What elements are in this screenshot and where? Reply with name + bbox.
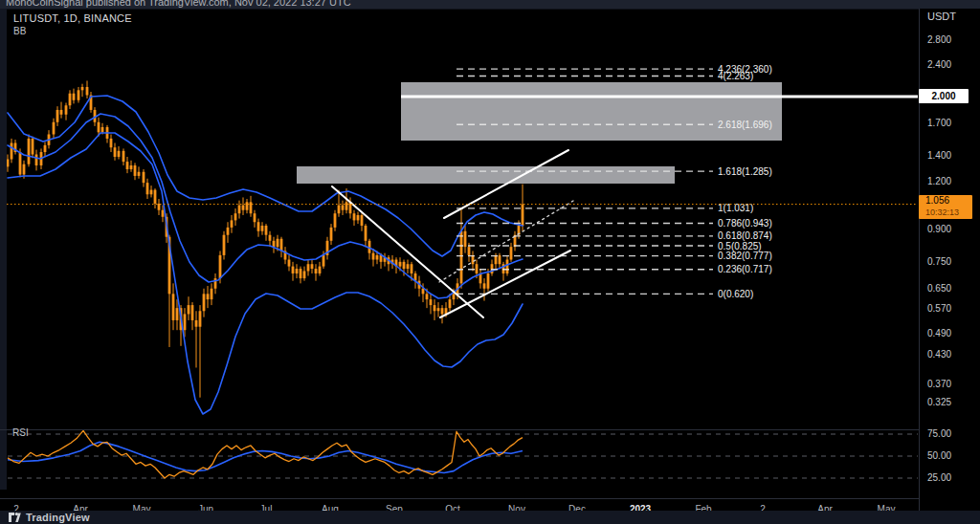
rsi-label: RSI [12, 427, 29, 438]
ascending-channel-lower[interactable] [440, 251, 570, 317]
candle-body [380, 255, 383, 262]
rsi-line [8, 430, 523, 478]
bollinger-middle-band [8, 114, 523, 298]
bar-countdown: 10:32:13 [925, 207, 972, 218]
candle-body [361, 215, 364, 226]
tradingview-logo-text[interactable]: TradingView [26, 511, 90, 524]
candle-body [146, 183, 149, 194]
left-margin [0, 9, 7, 490]
candle-body [19, 152, 22, 175]
candle-body [191, 305, 194, 320]
price-tick-label: 2.800 [927, 34, 951, 45]
candle-body [300, 269, 302, 278]
candle-body [311, 264, 314, 269]
candle-body [86, 87, 89, 96]
candle-body [7, 160, 10, 167]
level-price-tag: 2.000 [919, 89, 969, 103]
candle-body [238, 206, 241, 214]
price-tick-label: 50.00 [927, 450, 951, 461]
candle-body [273, 241, 276, 247]
candle-body [407, 264, 410, 269]
candle-body [483, 283, 486, 288]
fib-level-label: 0.382(0.777) [718, 251, 772, 261]
candle-body [265, 226, 268, 235]
candle-body [522, 205, 524, 226]
candle-body [28, 139, 31, 164]
candle-body [441, 308, 444, 314]
price-tick-label: 75.00 [927, 428, 951, 439]
candle-body [330, 228, 333, 241]
price-axis[interactable]: USDT 2.8002.4001.7001.4001.2000.9000.750… [919, 9, 980, 511]
price-tick-label: 0.650 [927, 283, 951, 294]
candle-body [234, 213, 237, 220]
candle-body [372, 253, 375, 260]
candle-body [303, 271, 306, 278]
candle-body [323, 255, 325, 267]
candle-body [453, 294, 456, 299]
price-tick-label: 0.430 [927, 349, 951, 360]
price-tick-label: 0.570 [927, 303, 951, 314]
candle-body [118, 151, 121, 157]
last-price-value: 1.056 [925, 195, 949, 206]
candle-body [254, 213, 256, 222]
candle-body [307, 264, 310, 271]
candle-body [130, 165, 133, 169]
fib-level-label: 0.5(0.825) [718, 241, 762, 251]
candle-body [60, 110, 63, 115]
candle-body [176, 308, 179, 320]
last-price-tag: 1.056 10:32:13 [919, 195, 972, 219]
tradingview-snapshot: MonoCoinSignal published on TradingView.… [0, 0, 980, 524]
candle-body [269, 235, 272, 241]
candle-body [81, 87, 84, 90]
chart-canvas[interactable]: 4.236(2.360)4(2.263)2.618(1.696)1.618(1.… [0, 9, 980, 524]
candle-body [101, 127, 104, 132]
candle-body [319, 267, 322, 273]
candle-body [411, 264, 413, 273]
fib-level-label: 1.618(1.285) [718, 166, 772, 177]
candle-body [338, 206, 341, 214]
candle-body [172, 294, 175, 320]
candle-body [434, 305, 436, 311]
candle-body [56, 110, 59, 122]
fib-level-label: 0.786(0.943) [718, 218, 772, 229]
pane-separator [0, 429, 919, 430]
indicator-label: BB [13, 26, 26, 36]
candle-body [195, 320, 198, 327]
price-tick-label: 1.700 [927, 118, 951, 128]
candle-body [138, 172, 141, 176]
candle-body [223, 235, 226, 255]
brand-bar: TradingView [0, 511, 980, 524]
candle-body [449, 299, 452, 308]
price-tick-label: 2.400 [927, 59, 951, 70]
candle-body [78, 90, 80, 99]
attribution-text: MonoCoinSignal published on TradingView.… [6, 0, 351, 8]
candle-body [73, 94, 76, 100]
candle-body [231, 220, 234, 227]
price-tick-label: 0.370 [927, 379, 951, 389]
price-tick-label: 1.200 [927, 176, 951, 186]
candle-body [65, 105, 68, 115]
lower-supply-zone[interactable] [297, 166, 675, 184]
price-tick-label: 0.490 [927, 328, 951, 338]
upper-supply-zone[interactable] [401, 82, 782, 141]
tradingview-logo-icon[interactable] [9, 512, 21, 523]
candle-body [430, 299, 433, 305]
candle-body [399, 262, 402, 267]
price-axis-currency: USDT [927, 11, 956, 22]
candle-body [277, 239, 279, 247]
fib-level-label: 0(0.620) [718, 289, 753, 299]
candle-body [250, 202, 253, 213]
candle-body [44, 145, 47, 152]
candle-body [150, 190, 153, 195]
candle-body [203, 294, 206, 311]
candle-body [257, 222, 260, 231]
candle-body [32, 139, 34, 155]
candle-body [154, 190, 157, 204]
candle-body [403, 262, 406, 269]
candle-body [376, 255, 379, 260]
candle-body [288, 260, 291, 267]
candle-body [35, 154, 38, 165]
candle-body [460, 231, 463, 284]
symbol-title: LITUSDT, 1D, BINANCE [13, 12, 132, 24]
candle-body [246, 202, 249, 209]
